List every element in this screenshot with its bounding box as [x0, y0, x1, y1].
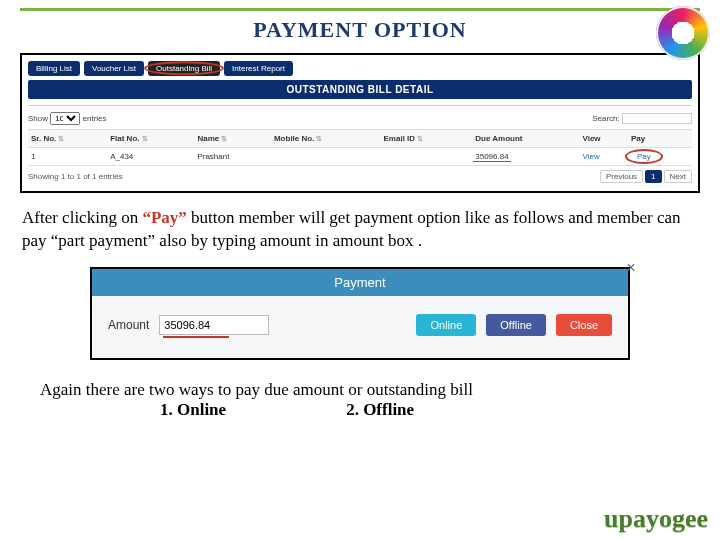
- table-row: 1 A_434 Prashant 35096.84 View Pay: [28, 148, 692, 166]
- col-srno[interactable]: Sr. No.⇅: [28, 130, 107, 148]
- cell-srno: 1: [28, 148, 107, 166]
- cell-flatno: A_434: [107, 148, 194, 166]
- pager-next[interactable]: Next: [664, 170, 692, 183]
- entries-dropdown[interactable]: 10: [50, 112, 80, 125]
- col-flatno[interactable]: Flat No.⇅: [107, 130, 194, 148]
- pager-page-1[interactable]: 1: [645, 170, 661, 183]
- search-input[interactable]: [622, 113, 692, 124]
- show-label-pre: Show: [28, 114, 48, 123]
- brand-logo-icon: [656, 6, 710, 60]
- view-link[interactable]: View: [582, 152, 599, 161]
- pay-link[interactable]: Pay: [631, 152, 657, 161]
- cell-name: Prashant: [194, 148, 271, 166]
- amount-input[interactable]: [159, 315, 269, 335]
- cell-due: 35096.84: [472, 148, 579, 166]
- tab-interest-report[interactable]: Interest Report: [224, 61, 293, 76]
- col-name[interactable]: Name⇅: [194, 130, 271, 148]
- cell-email: [381, 148, 473, 166]
- search-label: Search:: [592, 114, 620, 123]
- col-mobile[interactable]: Mobile No.⇅: [271, 130, 381, 148]
- amount-label: Amount: [108, 318, 149, 332]
- col-pay[interactable]: Pay: [628, 130, 692, 148]
- tab-billing-list[interactable]: Billing List: [28, 61, 80, 76]
- online-button[interactable]: Online: [416, 314, 476, 336]
- close-icon[interactable]: ×: [622, 259, 640, 277]
- brand-wordmark: upayogee: [604, 504, 708, 534]
- pagination: Previous 1 Next: [600, 170, 692, 183]
- section-header: OUTSTANDING BILL DETAIL: [28, 80, 692, 99]
- table-info: Showing 1 to 1 of 1 entries: [28, 172, 123, 181]
- close-button[interactable]: Close: [556, 314, 612, 336]
- outstanding-table: Sr. No.⇅ Flat No.⇅ Name⇅ Mobile No.⇅ Ema…: [28, 129, 692, 166]
- page-title: PAYMENT OPTION: [0, 17, 720, 43]
- modal-title: Payment: [334, 275, 385, 290]
- payment-modal-screenshot: Payment × Amount Online Offline Close: [90, 267, 630, 360]
- col-due[interactable]: Due Amount: [472, 130, 579, 148]
- tab-voucher-list[interactable]: Voucher List: [84, 61, 144, 76]
- entries-selector[interactable]: Show 10 entries: [28, 112, 107, 125]
- offline-button[interactable]: Offline: [486, 314, 546, 336]
- col-view[interactable]: View: [579, 130, 627, 148]
- instruction-paragraph-2: Again there are two ways to pay due amou…: [40, 380, 680, 420]
- tab-outstanding-bill[interactable]: Outstanding Bill: [148, 61, 220, 76]
- show-label-post: entries: [82, 114, 106, 123]
- instruction-paragraph-1: After clicking on “Pay” button member wi…: [22, 207, 698, 253]
- pager-prev[interactable]: Previous: [600, 170, 643, 183]
- outstanding-bill-screenshot: Billing List Voucher List Outstanding Bi…: [20, 53, 700, 193]
- col-email[interactable]: Email ID⇅: [381, 130, 473, 148]
- cell-mobile: [271, 148, 381, 166]
